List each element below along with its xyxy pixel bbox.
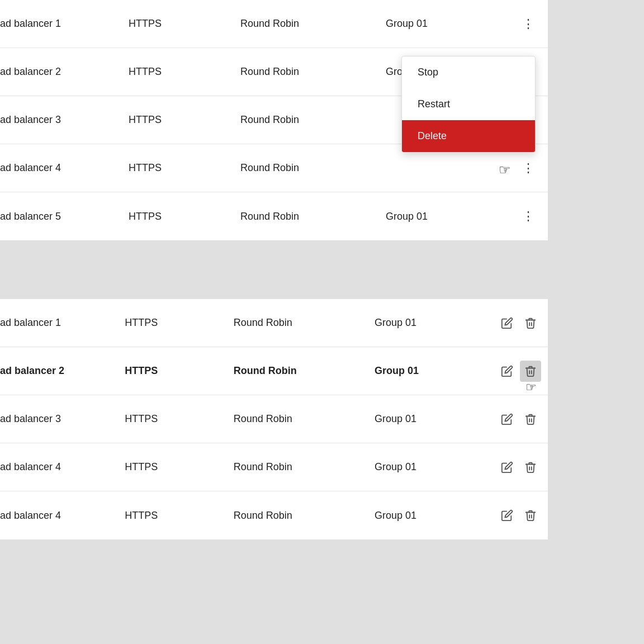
more-options-button[interactable]: ⋮ [518,158,538,178]
cell-actions: ⋮ [509,206,548,226]
table-row: ad balancer 5 HTTPS Round Robin Group 01… [0,192,548,240]
algorithm-value: Round Robin [240,114,299,125]
cell-algorithm: Round Robin [229,114,375,126]
algorithm-value: Round Robin [240,162,299,173]
stop-menu-item[interactable]: Stop [402,56,535,88]
cell-group: Group 01 [363,413,494,425]
cell-name: ad balancer 4 [0,162,117,174]
protocol-value: HTTPS [125,510,158,521]
edit-button[interactable] [496,457,518,478]
delete-button[interactable] [520,409,541,430]
group-value: Group 01 [375,317,416,328]
cell-name: ad balancer 3 [0,114,117,126]
cell-name: ad balancer 1 [0,317,113,329]
cell-actions [494,361,548,382]
edit-icon [501,461,513,473]
protocol-value: HTTPS [129,211,162,222]
trash-icon [524,413,537,425]
cell-protocol: HTTPS [113,413,222,425]
cell-name: ad balancer 4 [0,510,113,522]
cell-actions: ⋮ [509,158,548,178]
cell-algorithm: Round Robin [229,66,375,78]
algorithm-value: Round Robin [240,211,299,222]
cell-protocol: HTTPS [117,66,229,78]
table-row: ad balancer 3 HTTPS Round Robin Group 01 [0,395,548,443]
cell-protocol: HTTPS [117,114,229,126]
lb-name: ad balancer 4 [0,461,61,472]
trash-icon [524,509,537,522]
table-row: ad balancer 4 HTTPS Round Robin Group 01 [0,491,548,539]
context-menu: Stop Restart Delete [401,56,536,153]
more-options-button[interactable]: ⋮ [518,206,538,226]
lb-name: ad balancer 4 [0,510,61,521]
group-value: Group 01 [386,211,428,222]
lb-name: ad balancer 2 [0,66,61,77]
cell-name: ad balancer 4 [0,461,113,473]
cell-name: ad balancer 2 [0,66,117,78]
lb-name: ad balancer 3 [0,413,61,424]
algorithm-value: Round Robin [240,18,299,29]
protocol-value: HTTPS [125,365,158,376]
cell-algorithm: Round Robin [222,413,363,425]
cell-algorithm: Round Robin [229,211,375,222]
edit-button[interactable] [496,312,518,334]
group-value: Group 01 [375,510,416,521]
protocol-value: HTTPS [125,413,158,424]
algorithm-value: Round Robin [240,66,299,77]
cell-actions [494,409,548,430]
bottom-table-section: ad balancer 1 HTTPS Round Robin Group 01 [0,299,548,539]
bottom-gray-area [0,598,644,644]
gray-gap [0,240,644,302]
delete-button[interactable] [520,457,541,478]
algorithm-value: Round Robin [234,317,292,328]
cell-algorithm: Round Robin [222,461,363,473]
table-row: ad balancer 4 HTTPS Round Robin Group 01 [0,443,548,491]
delete-button[interactable] [520,505,541,526]
edit-button[interactable] [496,505,518,526]
edit-icon [501,365,513,377]
edit-button[interactable] [496,361,518,382]
table-row: ad balancer 1 HTTPS Round Robin Group 01 [0,299,548,347]
cell-actions [494,312,548,334]
cell-actions [494,457,548,478]
cell-name: ad balancer 1 [0,18,117,30]
edit-button[interactable] [496,409,518,430]
cell-algorithm: Round Robin [229,162,375,174]
edit-icon [501,413,513,425]
cell-algorithm: Round Robin [222,365,363,377]
cell-actions: ⋮ [509,14,548,34]
delete-button[interactable] [520,312,541,334]
cell-name: ad balancer 2 [0,365,113,377]
delete-button[interactable] [520,361,541,382]
delete-menu-item[interactable]: Delete [402,120,535,152]
algorithm-value: Round Robin [234,413,292,424]
more-options-button[interactable]: ⋮ [518,14,538,34]
cell-algorithm: Round Robin [222,317,363,329]
lb-name: ad balancer 2 [0,365,64,376]
cell-name: ad balancer 5 [0,211,117,222]
cell-protocol: HTTPS [113,317,222,329]
cell-algorithm: Round Robin [222,510,363,522]
cell-protocol: HTTPS [117,18,229,30]
edit-icon [501,509,513,522]
cell-actions [494,505,548,526]
group-value: Group 01 [386,18,428,29]
lb-name: ad balancer 4 [0,162,61,173]
cell-protocol: HTTPS [113,461,222,473]
cell-group: Group 01 [363,317,494,329]
lb-name: ad balancer 3 [0,114,61,125]
trash-icon [524,461,537,473]
lb-name: ad balancer 1 [0,18,61,29]
cell-protocol: HTTPS [117,211,229,222]
cell-group: Group 01 [375,211,509,222]
table-row: ad balancer 1 HTTPS Round Robin Group 01… [0,0,548,48]
cell-protocol: HTTPS [113,365,222,377]
cell-protocol: HTTPS [113,510,222,522]
protocol-value: HTTPS [129,66,162,77]
table-row: ad balancer 2 HTTPS Round Robin Group 01 [0,347,548,395]
protocol-value: HTTPS [129,114,162,125]
restart-menu-item[interactable]: Restart [402,88,535,120]
algorithm-value: Round Robin [234,510,292,521]
protocol-value: HTTPS [129,162,162,173]
trash-icon [524,317,537,329]
